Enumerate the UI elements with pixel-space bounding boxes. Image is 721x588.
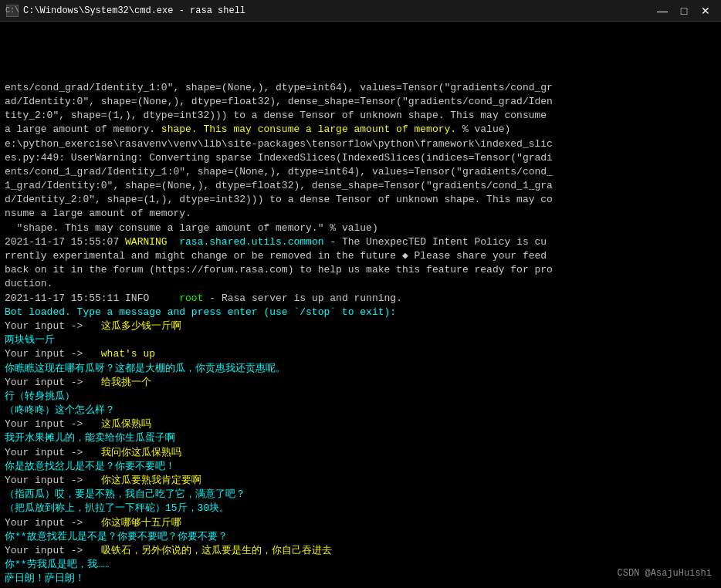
maximize-button[interactable]: □ bbox=[675, 3, 693, 19]
terminal-line-3: tity_2:0", shape=(1,), dtype=int32))) to… bbox=[5, 109, 716, 123]
terminal-line-35: 你**劳我瓜是吧，我…… bbox=[5, 558, 716, 572]
close-button[interactable]: ✕ bbox=[696, 3, 715, 19]
terminal-line-29: Your input -> 你这瓜要熟我肯定要啊 bbox=[5, 474, 716, 488]
title-bar: C:\ C:\Windows\System32\cmd.exe - rasa s… bbox=[0, 0, 721, 22]
title-bar-left: C:\ C:\Windows\System32\cmd.exe - rasa s… bbox=[6, 5, 245, 17]
terminal-line-14: back on it in the forum (https://forum.r… bbox=[5, 263, 716, 277]
terminal-line-18: Your input -> 这瓜多少钱一斤啊 bbox=[5, 319, 716, 333]
terminal-line-33: 你**故意找茬儿是不是？你要不要吧？你要不要？ bbox=[5, 530, 716, 544]
cmd-icon: C:\ bbox=[6, 5, 19, 17]
title-bar-controls: — □ ✕ bbox=[653, 3, 715, 19]
watermark: CSDN @AsajuHuishi bbox=[618, 568, 712, 579]
terminal-line-19: 两块钱一斤 bbox=[5, 333, 716, 347]
terminal-line-21: 你瞧瞧这现在哪有瓜呀？这都是大棚的瓜，你贡惠我还贡惠呢。 bbox=[5, 362, 716, 376]
terminal-line-2: ad/Identity:0", shape=(None,), dtype=flo… bbox=[5, 95, 716, 109]
terminal-line-8: 1_grad/Identity:0", shape=(None,), dtype… bbox=[5, 179, 716, 193]
terminal-line-6: es.py:449: UserWarning: Converting spars… bbox=[5, 151, 716, 165]
terminal-line-27: Your input -> 我问你这瓜保熟吗 bbox=[5, 446, 716, 460]
terminal-line-5: e:\python_exercise\rasavenv\venv\lib\sit… bbox=[5, 137, 716, 151]
terminal-line-36: 萨日朗！萨日朗！ bbox=[5, 572, 716, 586]
terminal-line-4: a large amount of memory. shape. This ma… bbox=[5, 123, 716, 137]
terminal-line-23: 行（转身挑瓜） bbox=[5, 390, 716, 404]
terminal-line-12: 2021-11-17 15:55:07 WARNING rasa.shared.… bbox=[5, 235, 716, 249]
terminal-line-32: Your input -> 你这哪够十五斤哪 bbox=[5, 516, 716, 530]
terminal-line-16: 2021-11-17 15:55:11 INFO root - Rasa ser… bbox=[5, 292, 716, 306]
terminal-line-20: Your input -> what's up bbox=[5, 347, 716, 361]
terminal-line-22: Your input -> 给我挑一个 bbox=[5, 376, 716, 390]
terminal-line-15: duction. bbox=[5, 277, 716, 291]
terminal-line-25: Your input -> 这瓜保熟吗 bbox=[5, 417, 716, 431]
terminal-line-11: "shape. This may consume a large amount … bbox=[5, 221, 716, 235]
terminal-line-30: （指西瓜）哎，要是不熟，我自己吃了它，满意了吧？ bbox=[5, 488, 716, 502]
terminal-line-1: ents/cond_grad/Identity_1:0", shape=(Non… bbox=[5, 81, 716, 95]
terminal-line-13: rrently experimental and might change or… bbox=[5, 249, 716, 263]
terminal-line-26: 我开水果摊儿的，能卖给你生瓜蛋子啊 bbox=[5, 431, 716, 445]
terminal-line-9: d/Identity_2:0", shape=(1,), dtype=int32… bbox=[5, 193, 716, 207]
terminal-line-17: Bot loaded. Type a message and press ent… bbox=[5, 306, 716, 319]
window-title: C:\Windows\System32\cmd.exe - rasa shell bbox=[23, 5, 245, 16]
terminal-content: ents/cond_grad/Identity_1:0", shape=(Non… bbox=[5, 52, 716, 586]
terminal-line-31: （把瓜放到称上，扒拉了一下秤砣）15斤，30块。 bbox=[5, 502, 716, 515]
terminal-body: ents/cond_grad/Identity_1:0", shape=(Non… bbox=[0, 22, 721, 588]
terminal-line-28: 你是故意找岔儿是不是？你要不要吧！ bbox=[5, 460, 716, 474]
minimize-button[interactable]: — bbox=[653, 3, 672, 19]
terminal-line-7: ents/cond_1_grad/Identity_1:0", shape=(N… bbox=[5, 165, 716, 179]
terminal-line-10: nsume a large amount of memory. bbox=[5, 207, 716, 221]
terminal-line-24: （咚咚咚）这个怎么样？ bbox=[5, 404, 716, 417]
terminal-line-34: Your input -> 吸铁石，另外你说的，这瓜要是生的，你自己吞进去 bbox=[5, 544, 716, 558]
